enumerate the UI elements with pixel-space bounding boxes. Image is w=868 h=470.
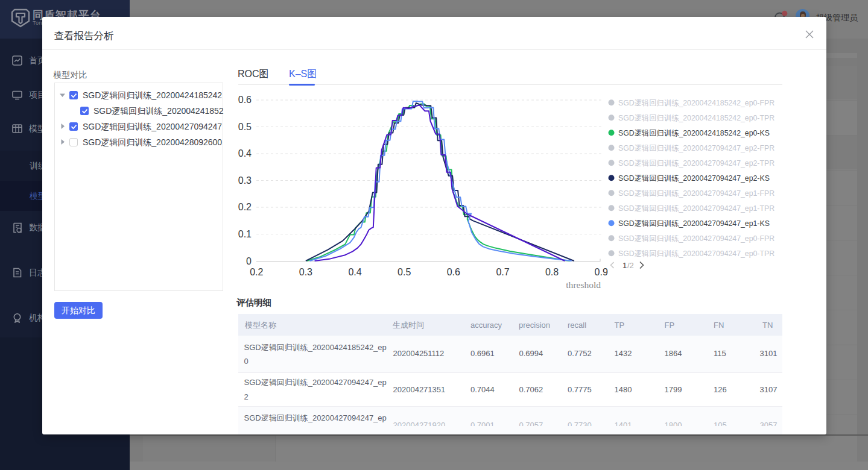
svg-text:0.6: 0.6 — [447, 267, 460, 277]
svg-text:SGD逻辑回归训练_20200427094247_ep2-T: SGD逻辑回归训练_20200427094247_ep2-TPR — [618, 159, 775, 168]
svg-text:0.4: 0.4 — [238, 148, 252, 158]
svg-text:0.5: 0.5 — [238, 122, 252, 132]
svg-text:0.1: 0.1 — [238, 229, 252, 239]
svg-text:SGD逻辑回归训练_20200424185242_ep0-F: SGD逻辑回归训练_20200424185242_ep0-FPR — [618, 99, 775, 107]
svg-text:SGD逻辑回归训练_20200427094247_ep2-F: SGD逻辑回归训练_20200427094247_ep2-FPR — [618, 144, 775, 152]
svg-text:SGD逻辑回归训练_20200427094247_ep1-F: SGD逻辑回归训练_20200427094247_ep1-FPR — [618, 189, 775, 198]
svg-text:SGD逻辑回归训练_20200427094247_ep0-T: SGD逻辑回归训练_20200427094247_ep0-TPR — [618, 249, 775, 258]
svg-text:0.3: 0.3 — [299, 267, 312, 277]
svg-text:0.3: 0.3 — [238, 175, 252, 186]
svg-text:0.7: 0.7 — [496, 267, 509, 277]
svg-text:SGD逻辑回归训练_20200427094247_ep1-T: SGD逻辑回归训练_20200427094247_ep1-TPR — [618, 204, 775, 213]
svg-text:0.5: 0.5 — [398, 267, 411, 277]
svg-text:0.6: 0.6 — [238, 95, 252, 105]
svg-text:SGD逻辑回归训练_20200427094247_ep1-K: SGD逻辑回归训练_20200427094247_ep1-KS — [618, 219, 770, 228]
svg-text:threshold: threshold — [566, 280, 601, 290]
svg-text:0.8: 0.8 — [545, 267, 559, 277]
svg-text:SGD逻辑回归训练_20200424185242_ep0-K: SGD逻辑回归训练_20200424185242_ep0-KS — [618, 129, 770, 137]
svg-text:SGD逻辑回归训练_20200424185242_ep0-T: SGD逻辑回归训练_20200424185242_ep0-TPR — [618, 114, 775, 122]
svg-text:0.2: 0.2 — [250, 267, 263, 277]
svg-text:/2: /2 — [627, 261, 634, 270]
svg-text:1: 1 — [622, 261, 627, 270]
svg-text:0.9: 0.9 — [595, 267, 608, 277]
svg-text:0.2: 0.2 — [238, 202, 252, 212]
svg-text:SGD逻辑回归训练_20200427094247_ep0-F: SGD逻辑回归训练_20200427094247_ep0-FPR — [618, 234, 775, 243]
svg-text:SGD逻辑回归训练_20200427094247_ep2-K: SGD逻辑回归训练_20200427094247_ep2-KS — [618, 174, 770, 183]
svg-text:0.4: 0.4 — [348, 267, 361, 277]
svg-text:0: 0 — [246, 256, 252, 266]
